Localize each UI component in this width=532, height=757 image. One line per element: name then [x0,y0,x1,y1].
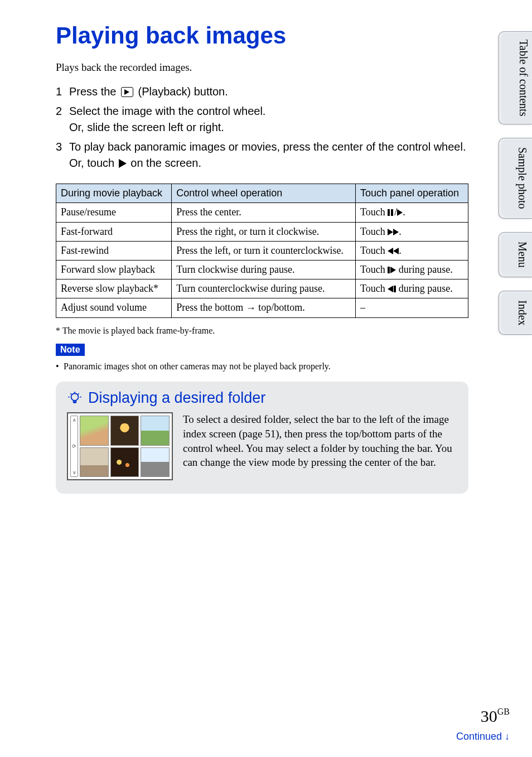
step-fwd-icon [390,267,396,273]
cell: Touch during pause. [355,261,468,279]
cell: Turn counterclockwise during pause. [172,279,356,298]
footnote: * The movie is played back frame-by-fram… [56,326,468,336]
cell: Touch . [355,242,468,261]
step-text: To play back panoramic images or movies,… [69,141,466,153]
step-3: 3 To play back panoramic images or movie… [56,139,468,171]
th-touch: Touch panel operation [355,184,468,203]
thumbnail [80,447,109,478]
step-text: Press the [69,85,119,98]
thumbnail [110,447,139,478]
tip-text: To select a desired folder, select the b… [183,412,457,470]
scrollbar-illustration: ∧⟳∨ [70,416,78,477]
note-label: Note [56,344,85,356]
play-icon [397,209,403,216]
cell: – [355,298,468,318]
th-playback: During movie playback [56,184,172,203]
index-screen-illustration: ∧⟳∨ [67,412,173,480]
cell: Touch during pause. [355,279,468,298]
table-row: Fast-forward Press the right, or turn it… [56,223,468,242]
operations-table: During movie playback Control wheel oper… [56,184,468,318]
cell: Fast-forward [56,223,172,242]
continued-indicator: Continued ↓ [456,731,510,742]
cell: Reverse slow playback* [56,279,172,298]
page-number: 30GB [481,707,510,726]
table-row: Fast-rewind Press the left, or turn it c… [56,242,468,261]
page-title: Playing back images [56,22,468,49]
cell: Forward slow playback [56,261,172,279]
thumbnail [80,416,109,446]
table-row: Pause/resume Press the center. Touch /. [56,203,468,223]
cell: Touch /. [355,203,468,223]
cell: Press the center. [172,203,356,223]
thumbnail [110,416,139,446]
step-1: 1 Press the (Playback) button. [56,84,468,100]
cell: Press the left, or turn it counterclockw… [172,242,356,261]
bulb-icon [67,390,83,406]
side-tabs: Table of contents Sample photo Menu Inde… [499,31,532,335]
tab-menu[interactable]: Menu [499,232,532,277]
tip-box: Displaying a desired folder ∧⟳∨ To selec… [56,382,468,494]
step-subtext: Or, touch on the screen. [69,155,468,171]
thumbnail [141,416,170,446]
steps-list: 1 Press the (Playback) button. 2 Select … [56,84,468,171]
table-row: Adjust sound volume Press the bottom → t… [56,298,468,318]
tab-sample-photo[interactable]: Sample photo [499,138,532,219]
step-text: Select the image with the control wheel. [69,105,265,117]
table-row: Forward slow playback Turn clockwise dur… [56,261,468,279]
playback-icon [121,87,133,97]
tab-index[interactable]: Index [499,291,532,335]
tip-title: Displaying a desired folder [67,389,457,407]
step-number: 2 [56,103,62,119]
step-number: 3 [56,139,62,155]
svg-point-0 [71,393,79,401]
rw-icon [388,248,393,254]
pause-icon [388,207,394,219]
step-rev-icon [388,286,393,292]
th-wheel: Control wheel operation [172,184,356,203]
cell: Touch . [355,223,468,242]
arrow-right-icon: → [246,302,256,314]
tip-title-text: Displaying a desired folder [88,389,265,407]
step-subtext: Or, slide the screen left or right. [69,119,468,136]
cell: Turn clockwise during pause. [172,261,356,279]
play-icon [119,159,127,168]
table-row: Reverse slow playback* Turn counterclock… [56,279,468,298]
rw-icon [393,248,399,254]
ff-icon [388,229,393,235]
cell: Press the right, or turn it clockwise. [172,223,356,242]
step-sub-post: on the screen. [128,157,201,169]
cell: Press the bottom → top/bottom. [172,298,356,318]
cell: Pause/resume [56,203,172,223]
cell: Adjust sound volume [56,298,172,318]
tab-toc[interactable]: Table of contents [499,31,532,124]
step-fwd-icon [388,267,390,273]
step-number: 1 [56,84,62,100]
thumbnail [141,447,170,478]
step-sub-pre: Or, touch [69,157,118,169]
cell: Fast-rewind [56,242,172,261]
step-2: 2 Select the image with the control whee… [56,103,468,136]
intro-text: Plays back the recorded images. [56,61,468,74]
ff-icon [393,229,399,235]
note-item: Panoramic images shot on other cameras m… [56,361,468,372]
step-text: (Playback) button. [135,85,228,98]
